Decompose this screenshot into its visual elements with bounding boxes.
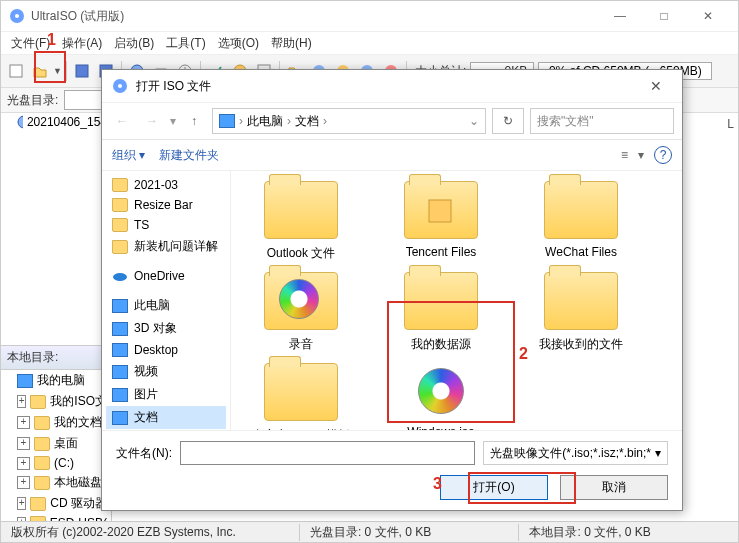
chevron-right-icon: › xyxy=(323,114,327,128)
search-input[interactable]: 搜索"文档" xyxy=(530,108,674,134)
side-item[interactable]: 2021-03 xyxy=(106,175,226,195)
dialog-close-button[interactable]: ✕ xyxy=(640,72,672,100)
status-localdir: 本地目录: 0 文件, 0 KB xyxy=(519,524,738,541)
button-row: 打开(O) 取消 xyxy=(116,475,668,500)
folder-icon xyxy=(404,181,478,239)
folder-icon xyxy=(34,416,50,430)
expand-icon[interactable]: + xyxy=(17,395,26,408)
address-dropdown-icon[interactable]: ⌄ xyxy=(469,114,479,128)
folder-icon xyxy=(264,181,338,239)
device-icon xyxy=(112,322,128,336)
minimize-button[interactable]: — xyxy=(598,2,642,30)
app-title: UltraISO (试用版) xyxy=(31,8,124,25)
menu-tool[interactable]: 工具(T) xyxy=(162,35,209,52)
tree-myiso[interactable]: +我的ISO文 xyxy=(1,391,111,412)
filename-row: 文件名(N): 光盘映像文件(*.iso;*.isz;*.bin;*▾ xyxy=(116,441,668,465)
file-filter-dropdown[interactable]: 光盘映像文件(*.iso;*.isz;*.bin;*▾ xyxy=(483,441,668,465)
file-item[interactable]: 自定义 Office 模板 xyxy=(241,363,361,430)
tree-c[interactable]: +(C:) xyxy=(1,454,111,472)
save-button[interactable] xyxy=(71,60,93,82)
expand-icon[interactable]: + xyxy=(17,457,30,470)
organize-menu[interactable]: 组织 ▾ xyxy=(112,147,145,164)
breadcrumb-part[interactable]: 此电脑 xyxy=(247,113,283,130)
side-item[interactable]: 视频 xyxy=(106,360,226,383)
tree-desktop[interactable]: +桌面 xyxy=(1,433,111,454)
filename-input[interactable] xyxy=(180,441,475,465)
folder-icon xyxy=(112,198,128,212)
expand-icon[interactable]: + xyxy=(17,437,30,450)
top-image-item[interactable]: 20210406_154 xyxy=(1,113,111,131)
folder-icon xyxy=(34,476,50,490)
file-item[interactable]: WeChat Files xyxy=(521,181,641,262)
chevron-down-icon[interactable]: ▾ xyxy=(638,148,644,162)
side-item[interactable]: 3D 对象 xyxy=(106,317,226,340)
device-icon xyxy=(112,365,128,379)
tree-mydocs[interactable]: +我的文档 xyxy=(1,412,111,433)
open-dropdown-icon[interactable]: ▼ xyxy=(53,66,62,76)
close-button[interactable]: ✕ xyxy=(686,2,730,30)
nav-up-button[interactable]: ↑ xyxy=(182,109,206,133)
chevron-down-icon: ▾ xyxy=(139,148,145,162)
expand-icon[interactable]: + xyxy=(17,416,30,429)
file-item[interactable]: 我的数据源 xyxy=(381,272,501,353)
svg-point-1 xyxy=(15,14,19,18)
titlebar: UltraISO (试用版) — □ ✕ xyxy=(1,1,738,32)
tree-mycomputer[interactable]: 我的电脑 xyxy=(1,370,111,391)
new-folder-button[interactable]: 新建文件夹 xyxy=(159,147,219,164)
menu-help[interactable]: 帮助(H) xyxy=(267,35,316,52)
file-item[interactable]: 录音 xyxy=(241,272,361,353)
tree-cddrive[interactable]: +CD 驱动器 xyxy=(1,493,111,514)
folder-icon xyxy=(544,272,618,330)
help-button[interactable]: ? xyxy=(654,146,672,164)
window-buttons: — □ ✕ xyxy=(598,2,730,30)
side-item-documents[interactable]: 文档 xyxy=(106,406,226,429)
side-item-onedrive[interactable]: OneDrive xyxy=(106,266,226,286)
device-icon xyxy=(112,343,128,357)
expand-icon[interactable]: + xyxy=(17,476,30,489)
expand-icon[interactable]: + xyxy=(17,497,26,510)
side-item[interactable]: TS xyxy=(106,215,226,235)
nav-back-button[interactable]: ← xyxy=(110,109,134,133)
status-copyright: 版权所有 (c)2002-2020 EZB Systems, Inc. xyxy=(1,524,300,541)
file-item[interactable]: 我接收到的文件 xyxy=(521,272,641,353)
cancel-button[interactable]: 取消 xyxy=(560,475,668,500)
folder-icon xyxy=(34,456,50,470)
app-icon xyxy=(9,8,25,24)
side-item[interactable]: Resize Bar xyxy=(106,195,226,215)
menu-boot[interactable]: 启动(B) xyxy=(110,35,158,52)
local-header: 本地目录: xyxy=(1,345,111,370)
file-item-windows-iso[interactable]: Windows.iso xyxy=(381,363,501,430)
breadcrumb-part[interactable]: 文档 xyxy=(295,113,319,130)
annotation-num-2: 2 xyxy=(519,345,528,363)
maximize-button[interactable]: □ xyxy=(642,2,686,30)
annotation-num-1: 1 xyxy=(47,31,56,49)
address-bar[interactable]: › 此电脑 › 文档 › ⌄ xyxy=(212,108,486,134)
folder-icon xyxy=(34,437,50,451)
file-item[interactable]: Tencent Files xyxy=(381,181,501,262)
open-button[interactable] xyxy=(29,60,51,82)
pc-icon xyxy=(112,299,128,313)
dialog-icon xyxy=(112,78,128,94)
tree-localdisk[interactable]: +本地磁盘( xyxy=(1,472,111,493)
folder-icon xyxy=(404,272,478,330)
nav-history-dropdown[interactable]: ▾ xyxy=(170,114,176,128)
folder-icon xyxy=(112,240,128,254)
dialog-nav: ← → ▾ ↑ › 此电脑 › 文档 › ⌄ ↻ 搜索"文档" xyxy=(102,103,682,140)
side-item[interactable]: 新装机问题详解 xyxy=(106,235,226,258)
dialog-titlebar: 打开 ISO 文件 ✕ xyxy=(102,70,682,103)
view-options-button[interactable]: ≡ xyxy=(621,148,628,162)
folder-icon xyxy=(30,395,46,409)
nav-forward-button[interactable]: → xyxy=(140,109,164,133)
folder-icon xyxy=(264,363,338,421)
side-item[interactable]: 图片 xyxy=(106,383,226,406)
dialog-body: 2021-03 Resize Bar TS 新装机问题详解 OneDrive 此… xyxy=(102,171,682,430)
open-confirm-button[interactable]: 打开(O) xyxy=(440,475,548,500)
refresh-button[interactable]: ↻ xyxy=(492,108,524,134)
side-item[interactable]: Desktop xyxy=(106,340,226,360)
side-item-thispc[interactable]: 此电脑 xyxy=(106,294,226,317)
svg-rect-19 xyxy=(429,200,451,222)
file-item[interactable]: Outlook 文件 xyxy=(241,181,361,262)
menu-option[interactable]: 选项(O) xyxy=(214,35,263,52)
new-button[interactable] xyxy=(5,60,27,82)
menu-action[interactable]: 操作(A) xyxy=(58,35,106,52)
